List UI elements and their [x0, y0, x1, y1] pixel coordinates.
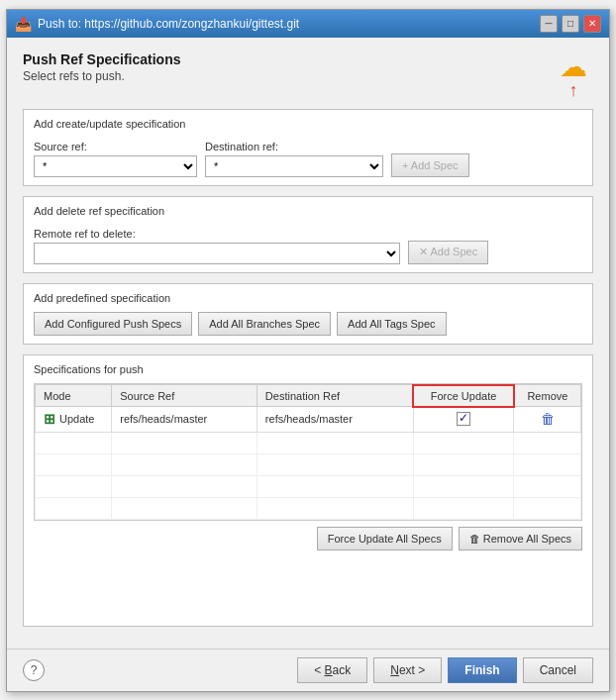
- empty-row-1: [36, 432, 581, 453]
- window-title: Push to: https://github.com/zongzhankui/…: [38, 17, 299, 31]
- col-dest-ref: Destination Ref: [257, 385, 413, 407]
- add-spec-button-delete[interactable]: ✕ Add Spec: [408, 241, 488, 264]
- add-all-tags-spec-button[interactable]: Add All Tags Spec: [337, 312, 446, 336]
- empty-cell: [112, 453, 257, 475]
- predefined-buttons: Add Configured Push Specs Add All Branch…: [34, 312, 582, 336]
- remove-all-specs-button[interactable]: 🗑 Remove All Specs: [459, 527, 582, 550]
- empty-cell: [257, 475, 413, 497]
- col-mode: Mode: [36, 385, 112, 407]
- create-update-form: Source ref: * Destination ref: * + Add S…: [34, 138, 582, 177]
- window-icon: 📤: [15, 16, 32, 32]
- empty-cell: [257, 497, 413, 519]
- add-configured-push-specs-button[interactable]: Add Configured Push Specs: [34, 312, 192, 336]
- predefined-title: Add predefined specification: [34, 292, 582, 304]
- specs-for-push-section: Specifications for push Mode Source Ref …: [23, 354, 593, 627]
- empty-row-2: [36, 453, 581, 475]
- page-subtitle: Select refs to push.: [23, 69, 180, 83]
- predefined-section: Add predefined specification Add Configu…: [23, 283, 593, 345]
- specs-action-buttons: Force Update All Specs 🗑 Remove All Spec…: [34, 527, 582, 550]
- mode-label: Update: [59, 413, 94, 425]
- footer: ? < Back Next > Finish Cancel: [7, 649, 609, 691]
- cell-dest-ref: refs/heads/master: [257, 407, 413, 433]
- empty-cell: [257, 432, 413, 453]
- source-ref-select[interactable]: *: [34, 155, 197, 177]
- specs-table-header: Mode Source Ref Destination Ref Force Up…: [36, 385, 581, 407]
- dest-ref-select[interactable]: *: [205, 155, 383, 177]
- help-button[interactable]: ?: [23, 659, 45, 681]
- empty-cell: [112, 497, 257, 519]
- cell-force-update: [413, 407, 514, 433]
- specs-for-push-title: Specifications for push: [34, 363, 582, 375]
- empty-cell: [413, 497, 514, 519]
- specs-table-body: ⊞ Update refs/heads/master refs/heads/ma…: [36, 407, 581, 520]
- force-update-checkbox[interactable]: [457, 412, 470, 426]
- title-bar: 📤 Push to: https://github.com/zongzhanku…: [7, 10, 609, 38]
- add-spec-button-create[interactable]: + Add Spec: [391, 153, 469, 177]
- empty-cell: [514, 432, 581, 453]
- empty-cell: [36, 497, 112, 519]
- create-update-title: Add create/update specification: [34, 118, 582, 130]
- add-all-branches-spec-button[interactable]: Add All Branches Spec: [198, 312, 331, 336]
- remove-all-label: Remove All Specs: [483, 533, 571, 545]
- cell-remove: 🗑: [514, 407, 581, 433]
- page-header-text: Push Ref Specifications Select refs to p…: [23, 51, 180, 83]
- cell-mode: ⊞ Update: [36, 407, 112, 433]
- delete-ref-form: Remote ref to delete: ✕ Add Spec: [34, 225, 582, 264]
- empty-cell: [413, 475, 514, 497]
- table-row: ⊞ Update refs/heads/master refs/heads/ma…: [36, 407, 581, 433]
- main-window: 📤 Push to: https://github.com/zongzhanku…: [6, 9, 610, 692]
- trash-small-icon: 🗑: [469, 533, 480, 545]
- empty-row-3: [36, 475, 581, 497]
- title-bar-left: 📤 Push to: https://github.com/zongzhanku…: [15, 16, 299, 32]
- remote-ref-delete-select[interactable]: [34, 243, 400, 264]
- source-ref-label: Source ref:: [34, 141, 197, 152]
- back-button[interactable]: < Back: [297, 657, 367, 683]
- dest-ref-group: Destination ref: *: [205, 141, 383, 177]
- col-remove: Remove: [514, 385, 581, 407]
- col-source-ref: Source Ref: [112, 385, 257, 407]
- upload-icon-area: ☁ ↑: [554, 51, 593, 101]
- create-update-section: Add create/update specification Source r…: [23, 109, 593, 186]
- next-button[interactable]: Next >: [373, 657, 442, 683]
- minimize-button[interactable]: ─: [540, 15, 558, 33]
- empty-cell: [514, 453, 581, 475]
- source-ref-group: Source ref: *: [34, 141, 197, 177]
- empty-cell: [36, 475, 112, 497]
- empty-cell: [112, 475, 257, 497]
- upload-arrow-icon: ↑: [569, 81, 578, 99]
- empty-cell: [36, 432, 112, 453]
- empty-cell: [112, 432, 257, 453]
- page-header: Push Ref Specifications Select refs to p…: [23, 51, 593, 101]
- empty-cell: [514, 475, 581, 497]
- force-update-all-specs-button[interactable]: Force Update All Specs: [317, 527, 453, 550]
- cancel-button[interactable]: Cancel: [523, 657, 593, 683]
- mode-icon: ⊞ Update: [44, 411, 94, 427]
- page-title: Push Ref Specifications: [23, 51, 180, 67]
- remote-ref-label: Remote ref to delete:: [34, 228, 400, 240]
- delete-ref-title: Add delete ref specification: [34, 205, 582, 217]
- title-bar-buttons: ─ □ ✕: [540, 15, 601, 33]
- empty-cell: [257, 453, 413, 475]
- dest-ref-label: Destination ref:: [205, 141, 383, 152]
- finish-button[interactable]: Finish: [448, 657, 516, 683]
- empty-cell: [413, 453, 514, 475]
- cell-source-ref: refs/heads/master: [112, 407, 257, 433]
- empty-cell: [413, 432, 514, 453]
- specs-table: Mode Source Ref Destination Ref Force Up…: [35, 384, 581, 520]
- empty-cell: [514, 497, 581, 519]
- col-force-update: Force Update: [413, 385, 514, 407]
- update-icon: ⊞: [44, 411, 55, 427]
- trash-icon[interactable]: 🗑: [541, 411, 555, 427]
- close-button[interactable]: ✕: [583, 15, 601, 33]
- empty-cell: [36, 453, 112, 475]
- remote-ref-group: Remote ref to delete:: [34, 228, 400, 264]
- footer-nav-buttons: < Back Next > Finish Cancel: [297, 657, 593, 683]
- empty-row-4: [36, 497, 581, 519]
- specs-table-container: Mode Source Ref Destination Ref Force Up…: [34, 383, 582, 521]
- maximize-button[interactable]: □: [562, 15, 579, 33]
- cloud-icon: ☁: [560, 53, 587, 81]
- content-area: Push Ref Specifications Select refs to p…: [7, 38, 609, 649]
- delete-ref-section: Add delete ref specification Remote ref …: [23, 196, 593, 273]
